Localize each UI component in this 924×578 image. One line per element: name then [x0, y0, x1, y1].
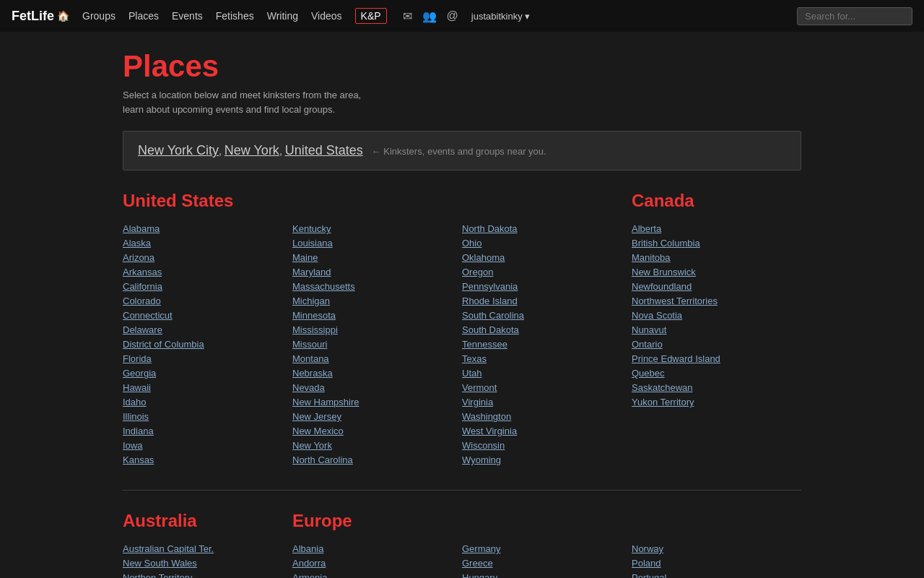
state-tennessee[interactable]: Tennessee: [462, 339, 507, 350]
state-south-dakota[interactable]: South Dakota: [462, 324, 519, 335]
state-north-dakota[interactable]: North Dakota: [462, 223, 518, 234]
prov-newfoundland[interactable]: Newfoundland: [632, 281, 692, 292]
state-oklahoma[interactable]: Oklahoma: [462, 252, 505, 263]
europe-list-2: Germany Greece Hungary Iceland Ireland: [462, 543, 632, 578]
prov-british-columbia[interactable]: British Columbia: [632, 238, 700, 249]
navbar: FetLife 🏠 Groups Places Events Fetishes …: [0, 0, 924, 32]
state-louisiana[interactable]: Louisiana: [292, 238, 333, 249]
state-iowa[interactable]: Iowa: [123, 440, 142, 451]
state-oregon[interactable]: Oregon: [462, 267, 493, 277]
state-arkansas[interactable]: Arkansas: [123, 267, 162, 277]
nav-videos[interactable]: Videos: [311, 10, 342, 22]
state-washington[interactable]: Washington: [462, 411, 511, 422]
prov-pei[interactable]: Prince Edward Island: [632, 353, 720, 364]
us-heading: United States: [123, 191, 292, 211]
state-west-virginia[interactable]: West Virginia: [462, 426, 517, 436]
state-nt[interactable]: Northen Territory: [123, 572, 193, 578]
state-georgia[interactable]: Georgia: [123, 368, 156, 379]
mail-icon[interactable]: ✉: [403, 9, 412, 23]
state-arizona[interactable]: Arizona: [123, 252, 154, 263]
state-new-hampshire[interactable]: New Hampshire: [292, 397, 359, 407]
state-new-york[interactable]: New York: [292, 440, 332, 451]
state-kansas[interactable]: Kansas: [123, 454, 154, 465]
state-minnesota[interactable]: Minnesota: [292, 310, 336, 321]
state-hawaii[interactable]: Hawaii: [123, 382, 151, 393]
state-maine[interactable]: Maine: [292, 252, 318, 263]
location-country-link[interactable]: United States: [285, 143, 363, 158]
prov-new-brunswick[interactable]: New Brunswick: [632, 267, 696, 277]
state-mississippi[interactable]: Mississippi: [292, 324, 338, 335]
state-illinois[interactable]: Illinois: [123, 411, 149, 422]
state-virginia[interactable]: Virginia: [462, 397, 493, 407]
state-michigan[interactable]: Michigan: [292, 296, 330, 306]
state-alaska[interactable]: Alaska: [123, 238, 151, 249]
state-ohio[interactable]: Ohio: [462, 238, 481, 249]
location-state-link[interactable]: New York: [225, 143, 279, 158]
prov-saskatchewan[interactable]: Saskatchewan: [632, 382, 693, 393]
state-south-carolina[interactable]: South Carolina: [462, 310, 524, 321]
prov-ontario[interactable]: Ontario: [632, 339, 663, 350]
state-utah[interactable]: Utah: [462, 368, 481, 379]
site-logo[interactable]: FetLife 🏠: [12, 9, 69, 24]
page-subtitle: Select a location below and meet kinkste…: [123, 88, 411, 116]
prov-quebec[interactable]: Quebec: [632, 368, 665, 379]
prov-yukon[interactable]: Yukon Territory: [632, 397, 694, 407]
state-maryland[interactable]: Maryland: [292, 267, 331, 277]
nav-groups[interactable]: Groups: [82, 10, 116, 22]
state-rhode-island[interactable]: Rhode Island: [462, 296, 518, 306]
state-wyoming[interactable]: Wyoming: [462, 454, 501, 465]
state-dc[interactable]: District of Columbia: [123, 339, 204, 350]
state-colorado[interactable]: Colorado: [123, 296, 161, 306]
state-montana[interactable]: Montana: [292, 353, 329, 364]
nav-kp[interactable]: K&P: [355, 8, 387, 24]
state-new-jersey[interactable]: New Jersey: [292, 411, 341, 422]
state-north-carolina[interactable]: North Carolina: [292, 454, 353, 465]
username-button[interactable]: justabitkinky ▾: [471, 11, 530, 22]
canada-list: Alberta British Columbia Manitoba New Br…: [632, 223, 801, 407]
state-nebraska[interactable]: Nebraska: [292, 368, 333, 379]
prov-alberta[interactable]: Alberta: [632, 223, 661, 234]
country-greece[interactable]: Greece: [462, 558, 493, 569]
country-armenia[interactable]: Armenia: [292, 572, 327, 578]
state-alabama[interactable]: Alabama: [123, 223, 160, 234]
prov-manitoba[interactable]: Manitoba: [632, 252, 670, 263]
country-albania[interactable]: Albania: [292, 543, 323, 554]
prov-nunavut[interactable]: Nunavut: [632, 324, 666, 335]
state-missouri[interactable]: Missouri: [292, 339, 327, 350]
state-florida[interactable]: Florida: [123, 353, 152, 364]
europe-list-1: Albania Andorra Armenia Austria Azerbaij…: [292, 543, 462, 578]
country-norway[interactable]: Norway: [632, 543, 663, 554]
country-germany[interactable]: Germany: [462, 543, 500, 554]
country-portugal[interactable]: Portugal: [632, 572, 666, 578]
search-input[interactable]: [797, 7, 912, 25]
nav-writing[interactable]: Writing: [267, 10, 298, 22]
state-connecticut[interactable]: Connecticut: [123, 310, 173, 321]
page-title: Places: [123, 49, 801, 84]
country-hungary[interactable]: Hungary: [462, 572, 497, 578]
state-act[interactable]: Australian Capital Ter.: [123, 543, 214, 554]
at-icon[interactable]: @: [447, 9, 458, 22]
state-idaho[interactable]: Idaho: [123, 397, 147, 407]
location-city-link[interactable]: New York City: [138, 143, 219, 158]
state-massachusetts[interactable]: Massachusetts: [292, 281, 355, 292]
people-icon[interactable]: 👥: [422, 9, 437, 23]
country-andorra[interactable]: Andorra: [292, 558, 326, 569]
state-wisconsin[interactable]: Wisconsin: [462, 440, 505, 451]
state-vermont[interactable]: Vermont: [462, 382, 497, 393]
us-col-3: North Dakota Ohio Oklahoma Oregon Pennsy…: [462, 191, 632, 468]
prov-nova-scotia[interactable]: Nova Scotia: [632, 310, 682, 321]
country-poland[interactable]: Poland: [632, 558, 661, 569]
nav-places[interactable]: Places: [128, 10, 159, 22]
prov-northwest-territories[interactable]: Northwest Territories: [632, 296, 718, 306]
state-texas[interactable]: Texas: [462, 353, 487, 364]
nav-fetishes[interactable]: Fetishes: [216, 10, 254, 22]
state-california[interactable]: California: [123, 281, 162, 292]
state-indiana[interactable]: Indiana: [123, 426, 154, 436]
state-nevada[interactable]: Nevada: [292, 382, 325, 393]
state-new-mexico[interactable]: New Mexico: [292, 426, 344, 436]
state-kentucky[interactable]: Kentucky: [292, 223, 331, 234]
state-pennsylvania[interactable]: Pennsylvania: [462, 281, 518, 292]
state-delaware[interactable]: Delaware: [123, 324, 162, 335]
nav-events[interactable]: Events: [172, 10, 203, 22]
state-nsw[interactable]: New South Wales: [123, 558, 197, 569]
